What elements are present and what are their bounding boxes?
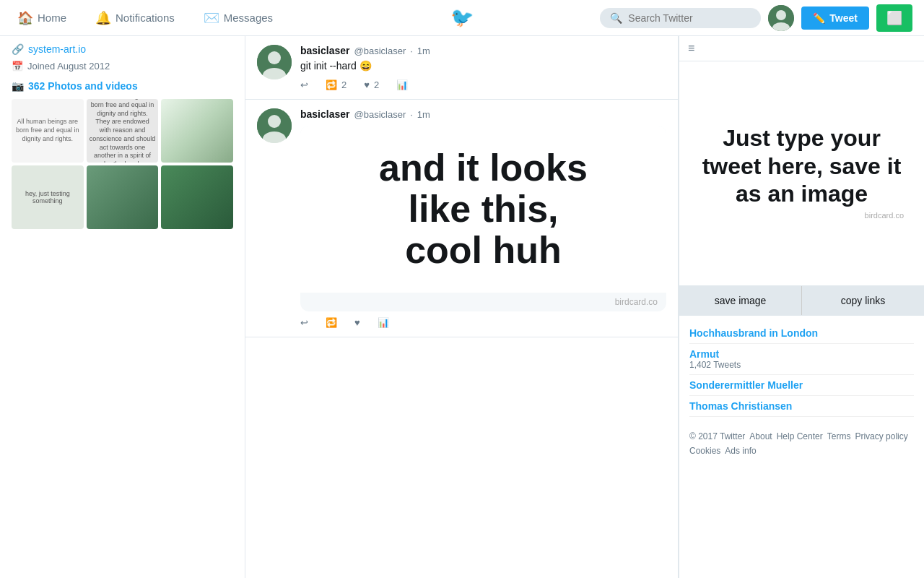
compose-icon: ⬜ [886, 11, 902, 25]
search-box[interactable]: 🔍 [600, 8, 761, 28]
nav-messages-label: Messages [224, 12, 273, 24]
photo-text-1: All human beings are born free and equal… [12, 115, 84, 146]
photo-thumb-3[interactable] [161, 99, 233, 163]
pencil-icon: ✏️ [813, 12, 825, 24]
trend-item-1[interactable]: Armut 1,402 Tweets [689, 344, 914, 375]
birdcard-preview-text: Just type your tweet here, save it as an… [694, 124, 910, 207]
retweet-icon-1: 🔁 [326, 79, 337, 90]
like-action-1[interactable]: ♥ 2 [364, 79, 379, 90]
tweet-header-1: basiclaser @basiclaser · 1m [300, 45, 666, 56]
tweet-text-1: git init --hard 😄 [300, 59, 666, 74]
nav-left: 🏠 Home 🔔 Notifications ✉️ Messages [12, 10, 279, 26]
retweet-count-1: 2 [341, 79, 346, 90]
calendar-icon: 📅 [12, 61, 23, 72]
photo-label-4: hey, just testing something [12, 187, 84, 207]
footer-terms[interactable]: Terms [827, 431, 851, 441]
photo-thumb-6[interactable] [161, 165, 233, 229]
reply-action-1[interactable]: ↩ [300, 79, 308, 90]
photo-thumb-4[interactable]: hey, just testing something [12, 165, 84, 229]
tweet-time-2: 1m [417, 109, 430, 120]
birdcard-header: ≡ [679, 36, 924, 61]
search-icon: 🔍 [610, 12, 622, 24]
joined-text: Joined August 2012 [27, 61, 110, 72]
messages-icon: ✉️ [204, 10, 219, 26]
photo-bg-4: hey, just testing something [12, 165, 84, 229]
left-sidebar: 🔗 system-art.io 📅 Joined August 2012 📷 3… [0, 36, 245, 578]
birdcard-widget: ≡ Just type your tweet here, save it as … [679, 36, 924, 316]
trend-name-2: Sonderermittler Mueller [689, 379, 914, 391]
right-sidebar: ≡ Just type your tweet here, save it as … [679, 36, 924, 578]
tweet-button-label: Tweet [829, 12, 858, 24]
reply-icon-1: ↩ [300, 79, 308, 90]
nav-home[interactable]: 🏠 Home [12, 10, 72, 26]
birdcard-actions: save image copy links [679, 285, 924, 315]
reply-action-2[interactable]: ↩ [300, 317, 308, 328]
stats-action-2[interactable]: 📊 [378, 317, 389, 328]
footer-help[interactable]: Help Center [777, 431, 823, 441]
notifications-icon: 🔔 [95, 10, 111, 26]
birdcard-preview: Just type your tweet here, save it as an… [679, 61, 924, 285]
stats-icon-2: 📊 [378, 317, 389, 328]
photo-thumb-5[interactable] [87, 165, 159, 229]
nav-messages[interactable]: ✉️ Messages [198, 10, 279, 26]
tweet-handle-2: @basiclaser [354, 109, 406, 120]
like-action-2[interactable]: ♥ [354, 317, 360, 328]
trend-item-3[interactable]: Thomas Christiansen [689, 396, 914, 417]
save-image-button[interactable]: save image [679, 286, 802, 315]
retweet-icon-2: 🔁 [326, 317, 337, 328]
footer-copyright: © 2017 Twitter [689, 431, 745, 441]
avatar[interactable] [768, 5, 794, 31]
photos-header: 📷 362 Photos and videos [12, 80, 233, 92]
trend-name-1: Armut [689, 348, 914, 360]
tweet-name-1: basiclaser [300, 45, 350, 56]
trend-name-3: Thomas Christiansen [689, 400, 914, 412]
big-tweet-text: and it lookslike this,cool huh [379, 147, 588, 272]
photo-thumb-2[interactable]: All human beings are born free and equal… [87, 99, 159, 163]
svg-point-4 [268, 51, 281, 64]
stats-action-1[interactable]: 📊 [396, 79, 408, 90]
photo-thumb-1[interactable]: All human beings are born free and equal… [12, 99, 84, 163]
svg-point-7 [268, 115, 281, 128]
like-count-1: 2 [374, 79, 379, 90]
retweet-action-2[interactable]: 🔁 [326, 317, 337, 328]
tweet-dot-2: · [410, 109, 413, 120]
trend-count-1: 1,402 Tweets [689, 360, 914, 370]
footer-links: © 2017 Twitter About Help Center Terms P… [679, 424, 924, 463]
menu-icon[interactable]: ≡ [688, 42, 694, 55]
tweet-avatar-2 [257, 108, 292, 143]
nav-notifications[interactable]: 🔔 Notifications [90, 10, 180, 26]
svg-point-1 [776, 10, 786, 20]
search-input[interactable] [628, 12, 751, 24]
tweet-actions-2: ↩ 🔁 ♥ 📊 [300, 317, 666, 328]
photos-grid: All human beings are born free and equal… [12, 99, 233, 229]
footer-privacy[interactable]: Privacy policy [855, 431, 907, 441]
tweet-actions-1: ↩ 🔁 2 ♥ 2 📊 [300, 79, 666, 90]
tweet-dot-1: · [410, 46, 413, 56]
nav-home-label: Home [38, 12, 66, 24]
tweet-image-2[interactable]: and it lookslike this,cool huh birdcard.… [300, 126, 666, 312]
tweet-avatar-1 [257, 45, 292, 79]
trend-name-0: Hochhausbrand in London [689, 327, 914, 339]
tweet-header-2: basiclaser @basiclaser · 1m [300, 108, 666, 120]
photo-text-2: All human beings are born free and equal… [87, 99, 159, 163]
trend-item-0[interactable]: Hochhausbrand in London [689, 323, 914, 344]
tweet-content-1: basiclaser @basiclaser · 1m git init --h… [300, 45, 666, 90]
copy-links-button[interactable]: copy links [802, 286, 924, 315]
footer-ads[interactable]: Ads info [725, 446, 756, 456]
reply-icon-2: ↩ [300, 317, 308, 328]
nav-right: 🔍 ✏️ Tweet ⬜ [600, 4, 912, 32]
stats-icon-1: 📊 [396, 79, 408, 90]
trend-item-2[interactable]: Sonderermittler Mueller [689, 375, 914, 396]
footer-about[interactable]: About [749, 431, 772, 441]
twitter-logo: 🐦 [450, 7, 474, 29]
like-icon-1: ♥ [364, 79, 370, 90]
like-icon-2: ♥ [354, 317, 360, 328]
website-link[interactable]: 🔗 system-art.io [12, 43, 233, 55]
tweet-button[interactable]: ✏️ Tweet [801, 7, 869, 30]
big-image-content: and it lookslike this,cool huh [300, 126, 666, 293]
nav-notifications-label: Notifications [116, 12, 175, 24]
footer-cookies[interactable]: Cookies [689, 446, 720, 456]
home-icon: 🏠 [17, 10, 33, 26]
compose-button[interactable]: ⬜ [876, 4, 912, 32]
retweet-action-1[interactable]: 🔁 2 [326, 79, 346, 90]
